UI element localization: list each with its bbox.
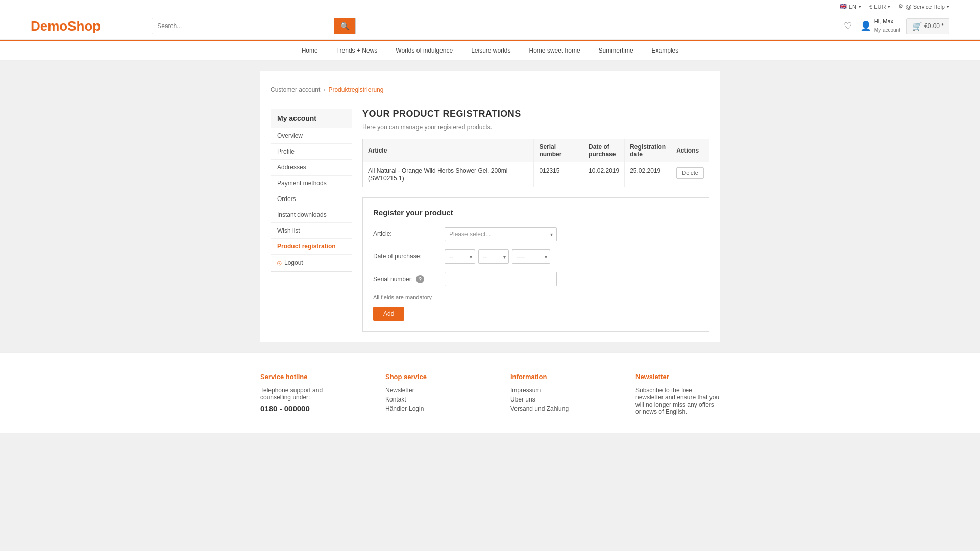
service-icon: ⚙ [898,3,903,10]
wishlist-button[interactable]: ♡ [842,18,854,34]
serial-label: Serial number: [373,276,413,283]
footer-service-hotline-desc: Telephone support and counselling under: [260,387,345,401]
nav-summertime[interactable]: Summertime [590,41,643,60]
chevron-down-icon: ▾ [888,4,890,9]
nav-examples[interactable]: Examples [643,41,688,60]
footer-versand-link[interactable]: Versand und Zahlung [510,405,595,412]
table-header-date-purchase: Date ofpurchase [583,139,625,162]
footer-shop-service-title: Shop service [385,373,470,381]
currency-selector[interactable]: € EUR ▾ [869,4,890,10]
footer-service-hotline-title: Service hotline [260,373,345,381]
form-row-serial: Serial number: ? [373,272,699,286]
date-selects: -- -- ---- [445,249,699,264]
table-header-date-registration: Registrationdate [625,139,671,162]
article-label: Article: [373,227,439,237]
footer-newsletter: Newsletter Subscribe to the free newslet… [635,373,720,417]
main-panel: YOUR PRODUCT REGISTRATIONS Here you can … [362,109,709,332]
nav-home-sweet-home[interactable]: Home sweet home [520,41,590,60]
sidebar-item-product-registration[interactable]: Product registration [271,239,352,255]
footer-service-hotline: Service hotline Telephone support and co… [260,373,345,417]
table-header-serial: Serial number [534,139,583,162]
sidebar-item-wish-list[interactable]: Wish list [271,223,352,239]
registrations-table: Article Serial number Date ofpurchase Re… [362,139,709,187]
month-select[interactable]: -- [478,249,509,264]
footer-handler-login-link[interactable]: Händler-Login [385,405,470,412]
logo[interactable]: DemoShop [31,18,101,34]
table-cell-article: All Natural - Orange Wild Herbs Shower G… [363,162,534,187]
footer-information: Information Impressum Über uns Versand u… [510,373,595,417]
logout-label: Logout [284,259,303,266]
serial-input[interactable] [445,272,557,286]
header: DemoShop 🔍 ♡ 👤 Hi, Max My account 🛒 €0.0… [0,13,980,40]
table-header-actions: Actions [671,139,709,162]
page-subtitle: Here you can manage your registered prod… [362,123,709,131]
day-select[interactable]: -- [445,249,475,264]
day-select-wrapper: -- [445,249,475,264]
search-button[interactable]: 🔍 [334,18,355,34]
nav-worlds-of-indulgence[interactable]: Worlds of indulgence [386,41,462,60]
article-select-wrapper: Please select... [445,227,699,241]
table-header-article: Article [363,139,534,162]
footer-newsletter-desc: Subscribe to the free newsletter and ens… [635,387,720,415]
chevron-down-icon: ▾ [859,4,861,9]
footer-information-title: Information [510,373,595,381]
footer-grid: Service hotline Telephone support and co… [260,373,720,417]
footer-impressum-link[interactable]: Impressum [510,387,595,394]
serial-label-row: Serial number: ? [373,272,439,283]
sidebar-item-orders[interactable]: Orders [271,191,352,207]
footer-kontakt-link[interactable]: Kontakt [385,396,470,403]
sidebar: My account Overview Profile Addresses Pa… [271,109,352,332]
year-select-wrapper: ---- [512,249,550,264]
form-row-date: Date of purchase: -- -- [373,249,699,264]
search-bar: 🔍 [152,18,356,34]
content-wrapper: My account Overview Profile Addresses Pa… [271,109,709,332]
top-bar: 🇬🇧 EN ▾ € EUR ▾ ⚙ @ Service Help ▾ [0,0,980,13]
register-form-box: Register your product Article: Please se… [362,197,709,332]
logo-accent: Shop [67,18,101,34]
breadcrumb: Customer account › Produktregistrierung [271,81,709,98]
sidebar-item-addresses[interactable]: Addresses [271,160,352,176]
add-button[interactable]: Add [373,307,404,321]
serial-control [445,272,699,286]
navbar: Home Trends + News Worlds of indulgence … [0,40,980,61]
footer-newsletter-link[interactable]: Newsletter [385,387,470,394]
sidebar-menu: Overview Profile Addresses Payment metho… [271,128,352,272]
search-input[interactable] [152,19,334,33]
table-row: All Natural - Orange Wild Herbs Shower G… [363,162,709,187]
sidebar-title: My account [271,109,352,128]
article-dropdown-wrapper: Please select... [445,227,557,241]
account-sub: My account [874,27,900,33]
sidebar-item-instant-downloads[interactable]: Instant downloads [271,207,352,223]
help-icon[interactable]: ? [416,275,424,283]
cart-amount: €0.00 * [924,22,944,30]
table-cell-date-registration: 25.02.2019 [625,162,671,187]
cart-button[interactable]: 🛒 €0.00 * [906,18,949,34]
nav-trends[interactable]: Trends + News [327,41,387,60]
year-select[interactable]: ---- [512,249,550,264]
logo-main: Demo [31,18,67,34]
chevron-down-icon: ▾ [947,4,949,9]
account-name: Hi, Max [874,18,893,24]
service-help-link[interactable]: ⚙ @ Service Help ▾ [898,3,949,10]
mandatory-note: All fields are mandatory [373,294,699,300]
cart-icon: 🛒 [912,21,922,31]
footer: Service hotline Telephone support and co… [0,352,980,433]
footer-shop-service: Shop service Newsletter Kontakt Händler-… [385,373,470,417]
sidebar-item-overview[interactable]: Overview [271,128,352,144]
month-select-wrapper: -- [478,249,509,264]
sidebar-item-payment-methods[interactable]: Payment methods [271,176,352,191]
language-selector[interactable]: 🇬🇧 EN ▾ [840,3,861,10]
form-row-article: Article: Please select... [373,227,699,241]
delete-button[interactable]: Delete [676,167,704,179]
footer-service-phone: 0180 - 000000 [260,404,345,413]
table-cell-serial: 012315 [534,162,583,187]
article-select[interactable]: Please select... [445,227,557,241]
main-content: Customer account › Produktregistrierung … [260,71,720,342]
footer-uber-uns-link[interactable]: Über uns [510,396,595,403]
nav-home[interactable]: Home [292,41,327,60]
sidebar-item-profile[interactable]: Profile [271,144,352,160]
sidebar-logout[interactable]: ⎋ Logout [271,255,352,271]
nav-leisure-worlds[interactable]: Leisure worlds [462,41,520,60]
breadcrumb-parent[interactable]: Customer account [271,86,320,93]
account-button[interactable]: 👤 Hi, Max My account [860,18,900,34]
